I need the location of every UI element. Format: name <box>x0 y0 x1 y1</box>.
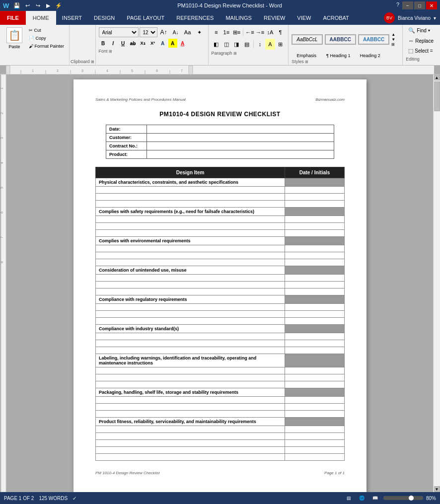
checklist-date-cell <box>285 295 345 304</box>
sort-button[interactable]: ↕A <box>265 27 275 38</box>
checklist-date-cell <box>285 237 345 245</box>
clipboard-expand[interactable]: ⊞ <box>91 60 94 64</box>
font-name-select[interactable]: Arial <box>99 27 139 37</box>
svg-text:1: 1 <box>32 69 34 72</box>
line-spacing-button[interactable]: ↕ <box>255 39 265 50</box>
numbering-button[interactable]: 1≡ <box>221 27 231 38</box>
italic-button[interactable]: I <box>109 39 118 48</box>
highlight-button[interactable]: A <box>168 39 177 48</box>
tab-home[interactable]: HOME <box>26 11 56 25</box>
user-dropdown[interactable]: ▾ <box>434 15 436 21</box>
underline-button[interactable]: U <box>119 39 128 48</box>
justify-button[interactable]: ▤ <box>242 39 252 50</box>
bold-button[interactable]: B <box>99 39 108 48</box>
tab-design[interactable]: DESIGN <box>88 11 121 25</box>
read-mode-view[interactable]: 📖 <box>370 495 380 502</box>
close-button[interactable]: ✕ <box>426 1 437 9</box>
replace-button[interactable]: ↔ Replace <box>406 36 436 45</box>
strikethrough-button[interactable]: ab <box>129 39 138 48</box>
checklist-empty-row <box>96 259 345 266</box>
shading-button[interactable]: A <box>265 39 275 50</box>
tab-review[interactable]: REVIEW <box>258 11 291 25</box>
tab-insert[interactable]: INSERT <box>56 11 88 25</box>
style-heading1[interactable]: AABBCC <box>325 34 356 45</box>
scroll-up-button[interactable]: ▲ <box>434 74 440 80</box>
change-case-button[interactable]: Aa <box>182 27 193 38</box>
scroll-thumb[interactable] <box>434 81 440 111</box>
macro-button[interactable]: ▶ <box>44 1 53 9</box>
empty-label-cell <box>96 230 285 237</box>
ruler-right-margin <box>434 66 440 74</box>
tab-acrobat[interactable]: ACROBAT <box>317 11 355 25</box>
save-button[interactable]: 💾 <box>12 1 21 9</box>
empty-label-cell <box>96 333 285 340</box>
align-center-button[interactable]: ◫ <box>221 39 231 50</box>
para-expand[interactable]: ⊞ <box>233 51 237 56</box>
text-effects-button[interactable]: A <box>158 39 167 48</box>
help-button[interactable]: ? <box>396 1 399 9</box>
styles-expand[interactable]: ⊞ <box>305 60 308 64</box>
web-layout-view[interactable]: 🌐 <box>357 495 367 502</box>
page-header: Sales & Marketing Policies and Procedure… <box>95 97 345 102</box>
cut-button[interactable]: ✂ Cut <box>27 27 66 34</box>
style-emphasis[interactable]: AaBbCcL <box>292 34 322 45</box>
align-left-button[interactable]: ◧ <box>212 39 221 50</box>
font-size-select[interactable]: 12 <box>140 27 157 37</box>
multilevel-list-button[interactable]: ⊞≡ <box>232 27 242 38</box>
font-color-button[interactable]: A <box>178 39 187 48</box>
copy-button[interactable]: 📄 Copy <box>27 35 66 42</box>
format-painter-button[interactable]: 🖌 Format Painter <box>27 43 66 50</box>
checklist-item-label: Product fitness, reliability, serviceabi… <box>96 418 285 426</box>
empty-label-cell <box>96 259 285 266</box>
font-expand[interactable]: ⊞ <box>109 49 112 54</box>
svg-rect-17 <box>189 66 193 74</box>
status-bar: PAGE 1 OF 2 125 WORDS ✓ ▤ 🌐 📖 80% <box>0 492 440 504</box>
font-group: Arial 12 A↑ A↓ Aa ✦ B I U ab X₂ X² A A A… <box>96 25 209 65</box>
checklist-item-row: Physical characteristics, constraints, a… <box>96 178 345 187</box>
empty-label-cell <box>96 426 285 433</box>
svg-text:7: 7 <box>181 69 183 72</box>
editing-group-footer: Editing <box>406 57 436 62</box>
minimize-button[interactable]: − <box>402 1 413 9</box>
styles-scroll[interactable]: ▲ ▼ ⊞ <box>391 32 398 47</box>
shrink-font-button[interactable]: A↓ <box>170 27 181 38</box>
clear-formatting-button[interactable]: ✦ <box>194 27 205 38</box>
empty-date-cell <box>285 411 345 418</box>
vertical-ruler: 1 2 3 4 5 6 7 8 <box>0 74 7 492</box>
show-formatting-button[interactable]: ¶ <box>276 27 286 38</box>
grow-font-button[interactable]: A↑ <box>158 27 169 38</box>
bullets-button[interactable]: ≡ <box>212 27 221 38</box>
svg-text:2: 2 <box>0 112 3 114</box>
print-layout-view[interactable]: ▤ <box>344 495 354 502</box>
select-button[interactable]: ⬚ Select = <box>406 46 436 56</box>
find-button[interactable]: 🔍 Find ▾ <box>406 26 436 35</box>
decrease-indent-button[interactable]: ←≡ <box>245 27 255 38</box>
undo-button[interactable]: ↩ <box>23 1 32 9</box>
style-heading2[interactable]: AABBCC <box>358 34 389 45</box>
checklist-item-row: Compliance with industry standard(s) <box>96 325 345 333</box>
borders-button[interactable]: ⊞ <box>276 39 286 50</box>
empty-label-cell <box>96 245 285 252</box>
restore-button[interactable]: □ <box>414 1 425 9</box>
paste-button[interactable]: 📋 Paste <box>3 26 26 64</box>
scroll-down-button[interactable]: ▼ <box>434 486 440 492</box>
tab-file[interactable]: FILE <box>0 11 26 25</box>
page-footer: PM 1010-4 Design Review Checklist Page 1… <box>95 471 345 475</box>
document-scroll-area[interactable]: Sales & Marketing Policies and Procedure… <box>7 74 433 492</box>
redo-button[interactable]: ↪ <box>33 1 42 9</box>
checklist-item-row: Complies with safety requirements (e.g.,… <box>96 208 345 216</box>
increase-indent-button[interactable]: →≡ <box>255 27 265 38</box>
tab-mailings[interactable]: MAILINGS <box>220 11 258 25</box>
tab-page-layout[interactable]: PAGE LAYOUT <box>121 11 170 25</box>
subscript-button[interactable]: X₂ <box>139 39 147 48</box>
zoom-slider[interactable] <box>383 496 423 500</box>
clipboard-sub-buttons: ✂ Cut 📄 Copy 🖌 Format Painter <box>26 26 67 64</box>
vertical-scrollbar[interactable]: ▲ ▼ <box>433 74 440 492</box>
empty-label-cell <box>96 454 285 461</box>
empty-label-cell <box>96 381 285 388</box>
tab-view[interactable]: VIEW <box>291 11 317 25</box>
align-right-button[interactable]: ◨ <box>232 39 242 50</box>
tab-references[interactable]: REFERENCES <box>170 11 220 25</box>
superscript-button[interactable]: X² <box>148 39 157 48</box>
customize-button[interactable]: ⚡ <box>54 1 63 9</box>
